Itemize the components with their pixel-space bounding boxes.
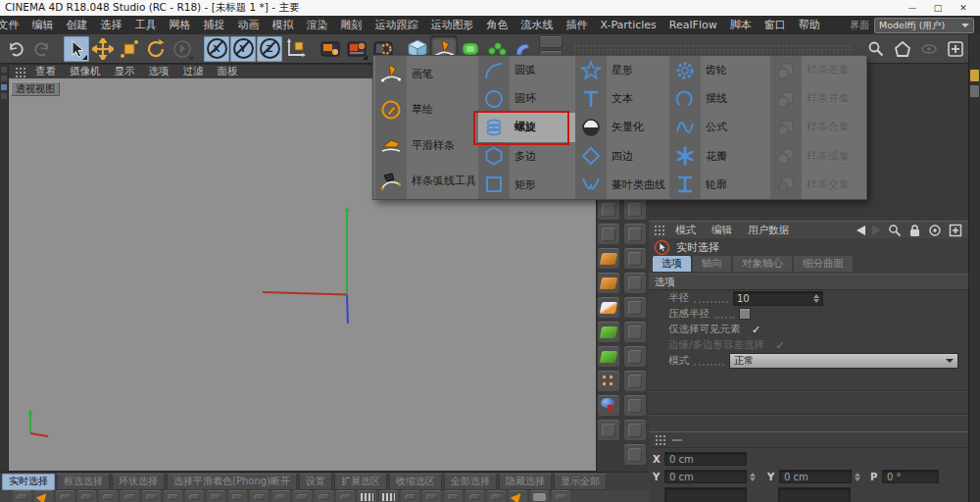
tool-icon[interactable] [509, 490, 527, 502]
tool-icon[interactable] [77, 490, 96, 502]
scale-tool-button[interactable] [117, 36, 142, 62]
redo-button[interactable] [29, 36, 55, 62]
close-icon[interactable]: ✕ [951, 3, 976, 13]
tool-icon[interactable] [624, 322, 646, 343]
tool-icon[interactable] [598, 346, 619, 368]
tool-icon[interactable] [598, 273, 619, 294]
tool-icon[interactable] [250, 490, 269, 502]
tool-icon[interactable] [624, 346, 646, 368]
menu-item-profile[interactable]: 轮廓 [669, 171, 770, 199]
menu-item-cycloid[interactable]: 摆线 [669, 84, 770, 113]
menu-item-ngon[interactable]: 多边 [478, 142, 575, 171]
menu-animate[interactable]: 动画 [231, 18, 266, 32]
tool-icon[interactable] [34, 490, 53, 502]
radius-field[interactable]: 10 [733, 291, 823, 306]
search-icon[interactable] [888, 224, 902, 237]
tool-icon[interactable] [530, 490, 549, 502]
viewport-label[interactable]: 透视视图 [11, 81, 60, 96]
scale-y-field[interactable]: 0 cm [779, 470, 852, 483]
rotate-tool-button[interactable] [143, 36, 169, 62]
menu-item-cissoid[interactable]: 蔓叶类曲线 [575, 171, 669, 199]
tool-icon[interactable] [598, 420, 619, 441]
menu-item-cogwheel[interactable]: 齿轮 [669, 56, 770, 84]
tool-icon[interactable] [142, 490, 161, 502]
viewport-menu-display[interactable]: 显示 [108, 65, 142, 78]
tool-icon[interactable] [624, 297, 646, 319]
tool-icon[interactable] [336, 490, 355, 502]
tool-icon[interactable] [315, 490, 333, 502]
tool-icon[interactable] [293, 490, 312, 502]
tool-icon[interactable] [624, 444, 646, 466]
select-broken-phong-button[interactable]: 选择平滑着色(Phong)断开 [167, 474, 297, 490]
hide-selected-button[interactable]: 隐藏选择 [499, 474, 552, 490]
attr-menu-userdata[interactable]: 用户数据 [740, 224, 797, 237]
y-axis-lock-button[interactable]: Y [230, 36, 256, 62]
coordinate-system-button[interactable] [283, 36, 309, 62]
attribute-grid-icon[interactable] [654, 225, 664, 235]
tool-icon[interactable] [379, 490, 398, 502]
rotation-p-field[interactable]: 0 ° [882, 470, 939, 483]
render-to-picture-viewer-button[interactable] [344, 36, 369, 62]
menu-edit[interactable]: 编辑 [25, 18, 60, 32]
viewport-grid-icon[interactable] [15, 67, 25, 77]
menu-pipeline[interactable]: 流水线 [514, 18, 560, 32]
x-axis-lock-button[interactable]: X [204, 36, 229, 62]
tool-icon[interactable] [358, 490, 376, 502]
tool-icon[interactable] [624, 371, 646, 392]
tool-icon[interactable] [624, 224, 646, 245]
grow-selection-button[interactable]: 扩展选区 [334, 474, 387, 490]
menu-item-formula[interactable]: 公式 [669, 113, 770, 141]
new-panel-icon[interactable] [949, 224, 962, 237]
viewport-menu-panel[interactable]: 面板 [211, 65, 245, 78]
select-all-button[interactable]: 全部选择 [444, 474, 497, 490]
menu-window[interactable]: 窗口 [758, 18, 792, 32]
tool-icon[interactable] [121, 490, 139, 502]
tool-icon[interactable] [624, 248, 646, 270]
menu-item-text[interactable]: 文本 [575, 84, 669, 113]
menu-item-spline-smooth[interactable]: 平滑样条 [375, 127, 478, 164]
menu-item-helix[interactable]: 螺旋 [478, 113, 575, 141]
tool-icon[interactable] [207, 490, 225, 502]
attr-menu-edit[interactable]: 编辑 [704, 224, 740, 237]
set-selection-button[interactable]: 设置 [299, 474, 332, 490]
menu-item-flower[interactable]: 花瓣 [669, 142, 770, 171]
tool-icon[interactable] [164, 490, 182, 502]
history-forward-icon[interactable] [872, 226, 881, 235]
menu-item-pen[interactable]: 画笔 [375, 56, 478, 92]
menu-character[interactable]: 角色 [480, 18, 514, 32]
tool-icon[interactable] [598, 322, 619, 343]
lock-icon[interactable] [908, 224, 921, 237]
tab-options[interactable]: 选项 [653, 256, 691, 272]
tab-axis[interactable]: 轴向 [693, 256, 731, 272]
tool-icon[interactable] [56, 490, 74, 502]
live-selection-button[interactable]: 实时选择 [2, 474, 55, 490]
menu-select[interactable]: 选择 [94, 18, 128, 32]
browser-tab-icon[interactable] [970, 70, 979, 81]
viewport-menu-view[interactable]: 查看 [28, 65, 63, 78]
tool-icon[interactable] [487, 490, 506, 502]
menu-mesh[interactable]: 网格 [163, 18, 197, 32]
tool-icon[interactable] [271, 490, 290, 502]
menu-file[interactable]: 文件 [0, 18, 25, 32]
menu-mograph[interactable]: 运动图形 [424, 18, 480, 32]
menu-item-sketch[interactable]: 草绘 [375, 92, 478, 128]
search-button[interactable] [863, 36, 889, 62]
z-axis-lock-button[interactable]: Z [257, 36, 282, 62]
minimize-icon[interactable]: — [900, 3, 925, 13]
position-x-field[interactable]: 0 cm [664, 452, 747, 466]
unhide-all-button[interactable]: 显示全部 [554, 474, 607, 490]
tool-icon[interactable] [598, 395, 619, 417]
menu-item-rectangle[interactable]: 矩形 [478, 171, 575, 199]
live-selection-tool-button[interactable] [64, 36, 89, 62]
radius-spinner[interactable] [813, 294, 819, 303]
tool-icon[interactable] [624, 420, 646, 441]
menu-xparticles[interactable]: X-Particles [594, 19, 662, 31]
target-icon[interactable] [928, 224, 942, 237]
tool-icon[interactable] [13, 490, 31, 502]
tool-icon[interactable] [228, 490, 247, 502]
menu-realflow[interactable]: RealFlow [662, 19, 723, 31]
viewport-menu-cameras[interactable]: 摄像机 [63, 65, 108, 78]
menu-item-quad[interactable]: 四边 [575, 142, 669, 171]
tool-icon[interactable] [598, 199, 619, 221]
viewport-menu-options[interactable]: 选项 [142, 65, 176, 78]
